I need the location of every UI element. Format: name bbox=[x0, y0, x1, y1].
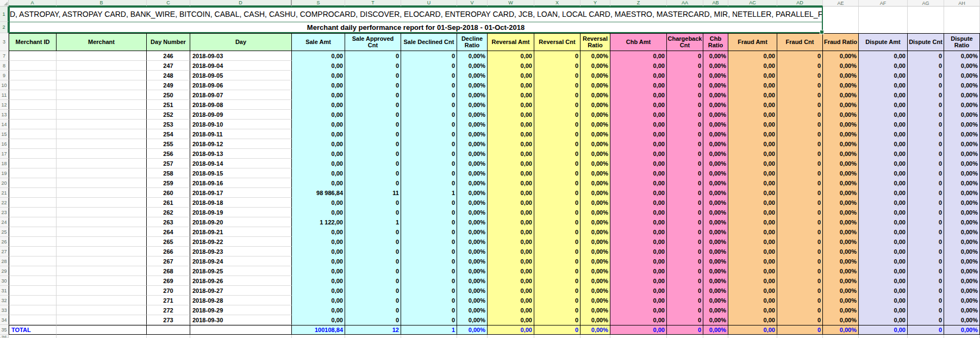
cell-Y7[interactable]: 0,00% bbox=[580, 51, 610, 61]
cell-X32[interactable]: 0 bbox=[534, 296, 580, 305]
cell-AH22[interactable]: 0,00% bbox=[944, 198, 980, 208]
cell-AE16[interactable]: 0,00% bbox=[823, 139, 859, 149]
header-cell-day[interactable]: Day bbox=[190, 33, 292, 51]
total-cell-T[interactable]: 12 bbox=[345, 325, 401, 335]
cell-AC31[interactable]: 0,00 bbox=[728, 286, 777, 296]
cell-AD23[interactable]: 0 bbox=[777, 208, 823, 217]
cell-AG26[interactable]: 0 bbox=[908, 237, 944, 247]
selection-fill-handle[interactable] bbox=[820, 30, 824, 34]
cell-AD11[interactable]: 0 bbox=[777, 90, 823, 100]
header-cell-fraud-ratio[interactable]: Fraud Ratio bbox=[823, 33, 859, 51]
cell-W20[interactable]: 0,00 bbox=[488, 178, 534, 188]
cell-AB29[interactable]: 0,00% bbox=[703, 266, 728, 276]
cell-T25[interactable]: 0 bbox=[345, 227, 401, 237]
cell-AA13[interactable]: 0 bbox=[667, 110, 703, 120]
cell-S16[interactable]: 0,00 bbox=[292, 139, 345, 149]
cell-D9[interactable]: 2018-09-05 bbox=[190, 71, 292, 80]
cell-S9[interactable]: 0,00 bbox=[292, 71, 345, 80]
cell-C15[interactable]: 254 bbox=[147, 129, 190, 139]
cell-T27[interactable]: 0 bbox=[345, 247, 401, 256]
cell-AA25[interactable]: 0 bbox=[667, 227, 703, 237]
cell-AD29[interactable]: 0 bbox=[777, 266, 823, 276]
cell-C7[interactable]: 246 bbox=[147, 51, 190, 61]
cell-U16[interactable]: 0 bbox=[401, 139, 457, 149]
cell-D25[interactable]: 2018-09-21 bbox=[190, 227, 292, 237]
cell-X29[interactable]: 0 bbox=[534, 266, 580, 276]
cell-AH25[interactable]: 0,00% bbox=[944, 227, 980, 237]
cell-AH12[interactable]: 0,00% bbox=[944, 100, 980, 110]
cell-AF8[interactable]: 0,00 bbox=[859, 61, 908, 71]
cell-B18[interactable] bbox=[57, 159, 147, 168]
cell-AC13[interactable]: 0,00 bbox=[728, 110, 777, 120]
row-header-35[interactable]: 35 bbox=[0, 325, 9, 335]
cell-AA10[interactable]: 0 bbox=[667, 80, 703, 90]
cell-V27[interactable]: 0,00% bbox=[457, 247, 488, 256]
cell-S31[interactable]: 0,00 bbox=[292, 286, 345, 296]
row-header-24[interactable]: 24 bbox=[0, 217, 9, 227]
cell-B27[interactable] bbox=[57, 247, 147, 256]
cell-W34[interactable]: 0,00 bbox=[488, 315, 534, 325]
cell-T33[interactable]: 0 bbox=[345, 305, 401, 315]
cell-AF21[interactable]: 0,00 bbox=[859, 188, 908, 198]
cell-S13[interactable]: 0,00 bbox=[292, 110, 345, 120]
cell-AG18[interactable]: 0 bbox=[908, 159, 944, 168]
cell-AA18[interactable]: 0 bbox=[667, 159, 703, 168]
cell-AG10[interactable]: 0 bbox=[908, 80, 944, 90]
cell-C24[interactable]: 263 bbox=[147, 217, 190, 227]
cell-AD19[interactable]: 0 bbox=[777, 168, 823, 178]
cell-AG30[interactable]: 0 bbox=[908, 276, 944, 286]
row-header-15[interactable]: 15 bbox=[0, 129, 9, 139]
cell-AD21[interactable]: 0 bbox=[777, 188, 823, 198]
header-cell-merchant-id[interactable]: Merchant ID bbox=[9, 33, 57, 51]
cell-X10[interactable]: 0 bbox=[534, 80, 580, 90]
row-header-13[interactable]: 13 bbox=[0, 110, 9, 120]
cell-AD13[interactable]: 0 bbox=[777, 110, 823, 120]
cell-D11[interactable]: 2018-09-07 bbox=[190, 90, 292, 100]
cell-AA30[interactable]: 0 bbox=[667, 276, 703, 286]
cell-B16[interactable] bbox=[57, 139, 147, 149]
cell-D35[interactable] bbox=[190, 325, 292, 335]
cell-A19[interactable] bbox=[9, 168, 57, 178]
cell-B29[interactable] bbox=[57, 266, 147, 276]
cell-S19[interactable]: 0,00 bbox=[292, 168, 345, 178]
cell-W17[interactable]: 0,00 bbox=[488, 149, 534, 159]
cell-C10[interactable]: 249 bbox=[147, 80, 190, 90]
cell-D17[interactable]: 2018-09-13 bbox=[190, 149, 292, 159]
cell-V21[interactable]: 0,00% bbox=[457, 188, 488, 198]
payment-methods-cell[interactable]: D, ASTROPAY, ASTROPAY CARD, BANK_WIRE, B… bbox=[9, 7, 823, 22]
cell-U12[interactable]: 0 bbox=[401, 100, 457, 110]
header-cell-dispute-ratio[interactable]: Dispute Ratio bbox=[944, 33, 980, 51]
cell-AA34[interactable]: 0 bbox=[667, 315, 703, 325]
header-cell-dispute-cnt[interactable]: Dispute Cnt bbox=[908, 33, 944, 51]
cell-AA24[interactable]: 0 bbox=[667, 217, 703, 227]
cell-W8[interactable]: 0,00 bbox=[488, 61, 534, 71]
column-header-AE[interactable]: AE bbox=[823, 0, 859, 7]
cell-S25[interactable]: 0,00 bbox=[292, 227, 345, 237]
column-header-U[interactable]: U bbox=[401, 0, 457, 7]
cell-AE22[interactable]: 0,00% bbox=[823, 198, 859, 208]
cell-Y8[interactable]: 0,00% bbox=[580, 61, 610, 71]
cell-AH33[interactable]: 0,00% bbox=[944, 305, 980, 315]
cell-Z24[interactable]: 0,00 bbox=[610, 217, 667, 227]
cell-S20[interactable]: 0,00 bbox=[292, 178, 345, 188]
cell-AG36[interactable] bbox=[908, 335, 944, 338]
cell-AD34[interactable]: 0 bbox=[777, 315, 823, 325]
cell-AF1[interactable] bbox=[859, 7, 908, 22]
cell-AG20[interactable]: 0 bbox=[908, 178, 944, 188]
cell-T10[interactable]: 0 bbox=[345, 80, 401, 90]
cell-AE26[interactable]: 0,00% bbox=[823, 237, 859, 247]
cell-Y21[interactable]: 0,00% bbox=[580, 188, 610, 198]
header-cell-chb-ratio[interactable]: Chb Ratio bbox=[703, 33, 728, 51]
cell-AE31[interactable]: 0,00% bbox=[823, 286, 859, 296]
cell-W29[interactable]: 0,00 bbox=[488, 266, 534, 276]
cell-D32[interactable]: 2018-09-28 bbox=[190, 296, 292, 305]
cell-AF2[interactable] bbox=[859, 22, 908, 33]
cell-AD12[interactable]: 0 bbox=[777, 100, 823, 110]
cell-X34[interactable]: 0 bbox=[534, 315, 580, 325]
cell-AG11[interactable]: 0 bbox=[908, 90, 944, 100]
cell-A36[interactable] bbox=[9, 335, 57, 338]
cell-X17[interactable]: 0 bbox=[534, 149, 580, 159]
cell-AD9[interactable]: 0 bbox=[777, 71, 823, 80]
cell-AE23[interactable]: 0,00% bbox=[823, 208, 859, 217]
cell-Y28[interactable]: 0,00% bbox=[580, 256, 610, 266]
